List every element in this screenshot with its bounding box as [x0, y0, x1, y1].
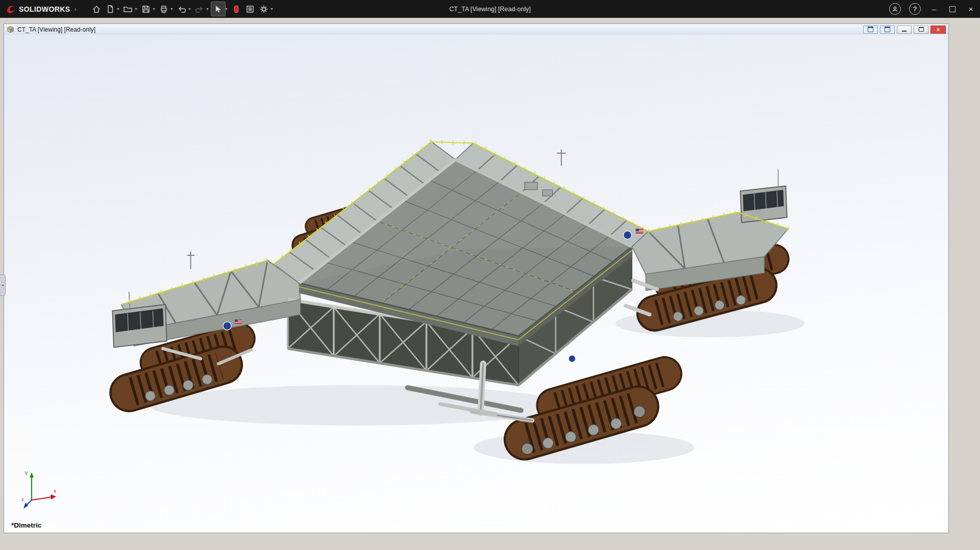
settings-gear-icon [259, 5, 268, 14]
redo-dropdown-caret[interactable]: ▾ [207, 7, 209, 11]
redo-icon [195, 5, 204, 14]
undo-icon [177, 5, 186, 14]
select-cursor-icon [213, 5, 223, 14]
options-button[interactable] [257, 2, 271, 16]
app-bar-right: ? – × [885, 0, 980, 18]
minimize-icon: – [932, 5, 936, 13]
undo-button[interactable] [175, 2, 189, 16]
options-dropdown-caret[interactable]: ▾ [271, 7, 273, 11]
document-cube-icon [7, 26, 14, 33]
minimize-icon [902, 31, 906, 32]
app-title-bar: SOLIDWORKS › ▾ ▾ ▾ [0, 0, 980, 18]
document-title-bar[interactable]: CT_TA [Viewing] [Read-only] × [4, 24, 948, 35]
document-window-buttons: × [863, 26, 946, 34]
doc-restore-button[interactable] [914, 26, 928, 34]
save-dropdown-caret[interactable]: ▾ [153, 7, 155, 11]
resource-monitor-icon [233, 5, 240, 14]
properties-list-icon [246, 5, 255, 14]
select-tool-button[interactable] [211, 2, 226, 16]
app-restore-button[interactable] [943, 0, 962, 18]
restore-icon [949, 6, 955, 12]
resource-monitor-button[interactable] [230, 2, 243, 16]
new-dropdown-caret[interactable]: ▾ [117, 7, 119, 11]
window-pane-icon [868, 27, 873, 32]
account-button[interactable] [889, 3, 901, 15]
doc-minimize-button[interactable] [897, 26, 912, 34]
user-icon [892, 6, 898, 12]
doc-window-button-a[interactable] [863, 26, 878, 34]
select-dropdown-caret[interactable]: ▾ [226, 7, 228, 11]
save-button[interactable] [139, 2, 153, 16]
home-icon [92, 5, 101, 14]
print-button[interactable] [157, 2, 171, 16]
help-button[interactable]: ? [909, 3, 921, 15]
restore-icon [919, 27, 924, 32]
properties-button[interactable] [243, 2, 257, 16]
document-window: CT_TA [Viewing] [Read-only] × [4, 23, 949, 533]
solidworks-brand: SOLIDWORKS › [0, 4, 81, 14]
close-icon: × [969, 5, 973, 13]
doc-window-button-b[interactable] [880, 26, 895, 34]
triad-y-label: Y [24, 471, 28, 477]
app-close-button[interactable]: × [962, 0, 980, 18]
doc-close-button[interactable]: × [930, 26, 946, 34]
close-icon: × [937, 27, 940, 33]
open-button[interactable] [121, 2, 135, 16]
print-dropdown-caret[interactable]: ▾ [171, 7, 173, 11]
document-title: CT_TA [Viewing] [Read-only] [17, 26, 95, 33]
app-title: CT_TA [Viewing] [Read-only] [449, 6, 530, 13]
undo-dropdown-caret[interactable]: ▾ [189, 7, 191, 11]
crawler-transporter-model [4, 35, 948, 533]
open-folder-icon [123, 5, 133, 14]
triad-x-label: x [54, 488, 56, 494]
open-dropdown-caret[interactable]: ▾ [135, 7, 137, 11]
triad-z-label: z [21, 497, 24, 502]
new-document-button[interactable] [103, 2, 117, 16]
redo-button[interactable] [193, 2, 207, 16]
save-icon [141, 5, 151, 14]
new-document-icon [106, 5, 115, 14]
window-pane-icon [885, 27, 890, 32]
solidworks-logo-icon [5, 4, 16, 14]
viewport-3d[interactable]: Y x z *Dimetric [4, 35, 948, 533]
collapse-arrow-icon: ◂ [2, 283, 4, 287]
left-pane-collapse-tab[interactable]: ◂ [0, 274, 6, 296]
help-icon: ? [913, 5, 917, 13]
print-icon [159, 5, 168, 14]
orientation-triad[interactable]: Y x z [21, 468, 59, 509]
app-minimize-button[interactable]: – [925, 0, 943, 18]
brand-name: SOLIDWORKS [19, 5, 70, 13]
brand-expand-arrow[interactable]: › [74, 6, 76, 13]
home-button[interactable] [89, 2, 103, 16]
view-orientation-label: *Dimetric [11, 521, 41, 529]
quick-access-toolbar: ▾ ▾ ▾ ▾ ▾ ▾ [89, 2, 275, 16]
